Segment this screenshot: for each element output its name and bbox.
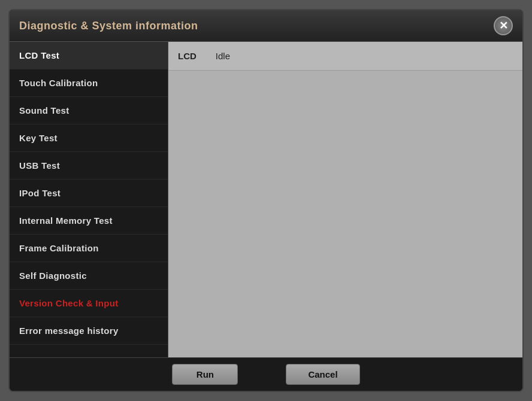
dialog: Diagnostic & System information ✕ LCD Te… [8,9,524,392]
main-area: LCD TestTouch CalibrationSound TestKey T… [10,42,522,357]
cancel-button[interactable]: Cancel [286,364,359,385]
sidebar-item-frame-calibration[interactable]: Frame Calibration [10,235,168,262]
sidebar-item-lcd-test[interactable]: LCD Test [10,42,168,69]
sidebar-item-key-test[interactable]: Key Test [10,124,168,152]
close-button[interactable]: ✕ [494,16,513,35]
sidebar: LCD TestTouch CalibrationSound TestKey T… [10,42,168,357]
sidebar-item-error-message-history[interactable]: Error message history [10,317,168,345]
run-button[interactable]: Run [172,364,238,385]
sidebar-item-self-diagnostic[interactable]: Self Diagnostic [10,262,168,290]
sidebar-item-usb-test[interactable]: USB Test [10,152,168,180]
sidebar-item-touch-calibration[interactable]: Touch Calibration [10,69,168,97]
sidebar-item-sound-test[interactable]: Sound Test [10,97,168,124]
content-status: Idle [216,51,230,61]
content-label: LCD [178,51,197,61]
content-area: LCD Idle [168,42,522,357]
dialog-title: Diagnostic & System information [19,20,198,32]
sidebar-item-internal-memory-test[interactable]: Internal Memory Test [10,207,168,235]
footer: Run Cancel [10,357,522,391]
sidebar-item-version-check[interactable]: Version Check & Input [10,290,168,317]
sidebar-item-ipod-test[interactable]: IPod Test [10,180,168,207]
content-header: LCD Idle [168,42,522,71]
title-bar: Diagnostic & System information ✕ [10,10,522,42]
content-body [168,71,522,357]
